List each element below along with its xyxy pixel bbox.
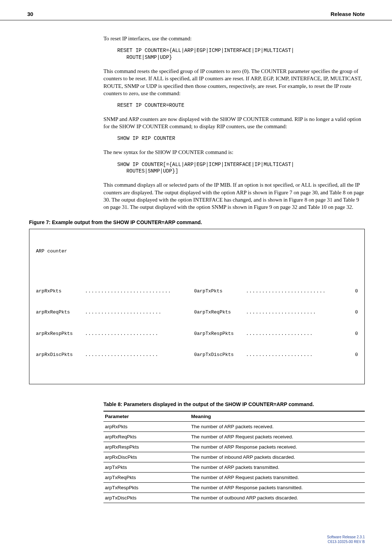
code-block: RESET IP COUNTER=ROUTE bbox=[117, 102, 365, 109]
paragraph: The new syntax for the SHOW IP COUNTER c… bbox=[103, 149, 365, 156]
output-dots: ......................... bbox=[246, 288, 354, 295]
table-header-row: Parameter Meaning bbox=[103, 411, 365, 422]
output-value: 0 bbox=[354, 288, 358, 295]
output-row: arpRxRespPkts.......................0 bbox=[36, 330, 197, 337]
table-cell-meaning: The number of ARP Response packets recei… bbox=[190, 442, 365, 452]
code-block: SHOW IP COUNTER[={ALL|ARP|EGP|ICMP|INTER… bbox=[117, 161, 365, 175]
doc-title: Release Note bbox=[331, 11, 365, 17]
table-caption: Table 8: Parameters displayed in the out… bbox=[103, 401, 365, 408]
code-block: SHOW IP RIP COUNTER bbox=[117, 135, 365, 142]
table-cell-param: arpTxPkts bbox=[103, 462, 190, 473]
table-cell-param: arpTxReqPkts bbox=[103, 473, 190, 483]
table-cell-param: arpRxDiscPkts bbox=[103, 452, 190, 462]
output-row: arpTxReqPkts......................0 bbox=[197, 309, 358, 316]
table-row: arpTxDiscPktsThe number of outbound ARP … bbox=[103, 493, 365, 503]
page-number: 30 bbox=[27, 11, 33, 17]
output-dots: ........................ bbox=[85, 309, 193, 316]
output-label: arpRxPkts bbox=[36, 288, 85, 295]
table-cell-param: arpRxPkts bbox=[103, 422, 190, 432]
table-row: arpRxRespPktsThe number of ARP Response … bbox=[103, 442, 365, 452]
output-label: arpTxReqPkts bbox=[197, 309, 246, 316]
figure-caption: Figure 7: Example output from the SHOW I… bbox=[29, 219, 392, 225]
code-block: RESET IP COUNTER={ALL|ARP|EGP|ICMP|INTER… bbox=[117, 47, 365, 61]
output-dots: ...................... bbox=[246, 309, 354, 316]
parameter-table: Parameter Meaning arpRxPktsThe number of… bbox=[103, 411, 365, 503]
output-row: arpTxPkts.........................0 bbox=[197, 288, 358, 295]
table-cell-meaning: The number of ARP Request packets receiv… bbox=[190, 432, 365, 442]
output-row: arpRxPkts...........................0 bbox=[36, 288, 197, 295]
footer-software-release: Software Release 2.3.1 bbox=[327, 535, 365, 539]
output-label: arpTxPkts bbox=[197, 288, 246, 295]
output-right-column: arpTxPkts.........................0 arpT… bbox=[197, 274, 358, 373]
output-row: arpRxDiscPkts.......................0 bbox=[36, 351, 197, 358]
paragraph: To reset IP interfaces, use the command: bbox=[103, 35, 365, 42]
output-label: arpRxReqPkts bbox=[36, 309, 85, 316]
paragraph: SNMP and ARP counters are now displayed … bbox=[103, 116, 365, 130]
paragraph: This command displays all or selected pa… bbox=[103, 181, 365, 211]
main-content: To reset IP interfaces, use the command:… bbox=[0, 35, 392, 211]
table-cell-meaning: The number of ARP packets transmitted. bbox=[190, 462, 365, 473]
output-dots: ........................... bbox=[85, 288, 193, 295]
table-row: arpTxRespPktsThe number of ARP Response … bbox=[103, 483, 365, 493]
output-label: arpRxDiscPkts bbox=[36, 351, 85, 358]
output-row: arpTxDiscPkts.....................0 bbox=[197, 351, 358, 358]
output-value: 0 bbox=[354, 330, 358, 337]
table-row: arpTxReqPktsThe number of ARP Request pa… bbox=[103, 473, 365, 483]
table-row: arpRxDiscPktsThe number of inbound ARP p… bbox=[103, 452, 365, 462]
table-cell-param: arpRxReqPkts bbox=[103, 432, 190, 442]
output-label: arpTxRespPkts bbox=[197, 330, 246, 337]
output-dots: ....................... bbox=[85, 330, 193, 337]
output-title: ARP counter bbox=[36, 248, 358, 255]
output-value: 0 bbox=[193, 309, 197, 316]
table-cell-meaning: The number of ARP packets received. bbox=[190, 422, 365, 432]
output-value: 0 bbox=[193, 288, 197, 295]
output-value: 0 bbox=[354, 351, 358, 358]
paragraph: This command resets the specified group … bbox=[103, 68, 365, 97]
output-row: arpRxReqPkts........................0 bbox=[36, 309, 197, 316]
table-row: arpRxPktsThe number of ARP packets recei… bbox=[103, 422, 365, 432]
table-cell-param: arpTxDiscPkts bbox=[103, 493, 190, 503]
table-header-meaning: Meaning bbox=[190, 411, 365, 422]
table-cell-param: arpTxRespPkts bbox=[103, 483, 190, 493]
output-label: arpTxDiscPkts bbox=[197, 351, 246, 358]
output-dots: ..................... bbox=[246, 351, 354, 358]
table-cell-meaning: The number of ARP Response packets trans… bbox=[190, 483, 365, 493]
output-value: 0 bbox=[354, 309, 358, 316]
table-header-parameter: Parameter bbox=[103, 411, 190, 422]
table-cell-meaning: The number of ARP Request packets transm… bbox=[190, 473, 365, 483]
output-row: arpTxRespPkts.....................0 bbox=[197, 330, 358, 337]
page-header: 30 Release Note bbox=[0, 0, 392, 20]
table-cell-meaning: The number of inbound ARP packets discar… bbox=[190, 452, 365, 462]
output-left-column: arpRxPkts...........................0 ar… bbox=[36, 274, 197, 373]
output-value: 0 bbox=[193, 351, 197, 358]
footer-doc-revision: C613-10325-00 REV B bbox=[327, 539, 365, 544]
output-dots: ....................... bbox=[85, 351, 193, 358]
output-box: ARP counter arpRxPkts...................… bbox=[29, 229, 365, 384]
output-value: 0 bbox=[193, 330, 197, 337]
table-row: arpRxReqPktsThe number of ARP Request pa… bbox=[103, 432, 365, 442]
output-dots: ..................... bbox=[246, 330, 354, 337]
output-label: arpRxRespPkts bbox=[36, 330, 85, 337]
table-cell-param: arpRxRespPkts bbox=[103, 442, 190, 452]
page-footer: Software Release 2.3.1 C613-10325-00 REV… bbox=[327, 535, 365, 544]
table-cell-meaning: The number of outbound ARP packets disca… bbox=[190, 493, 365, 503]
table-section: Table 8: Parameters displayed in the out… bbox=[0, 401, 392, 503]
table-row: arpTxPktsThe number of ARP packets trans… bbox=[103, 462, 365, 473]
